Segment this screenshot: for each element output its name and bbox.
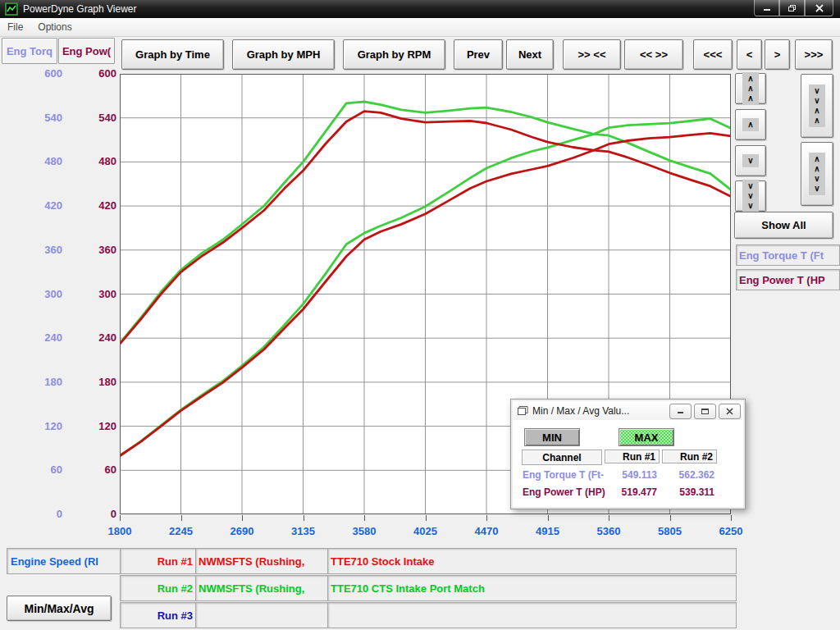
- y-axis-label-torque: 360: [18, 243, 62, 257]
- x-axis-label: 2690: [217, 525, 267, 537]
- x-axis-label: 5360: [584, 525, 633, 537]
- chevron-up-icon: ∧: [742, 118, 758, 131]
- y-axis-label-power: 540: [72, 111, 116, 125]
- graph-by-mph-button[interactable]: Graph by MPH: [232, 39, 335, 70]
- x-axis-label: 1800: [95, 525, 144, 537]
- y-axis-label-torque: 540: [18, 111, 62, 125]
- graph-by-rpm-button[interactable]: Graph by RPM: [343, 39, 445, 70]
- run2-comment-box[interactable]: NWMSFTS (Rushing,: [195, 575, 329, 601]
- run2-label-box[interactable]: Run #2: [120, 575, 198, 601]
- x-axis-tick: [364, 515, 365, 521]
- run3-description-box[interactable]: [327, 602, 737, 628]
- chevrons-inward-icon: ∨ ∨ ∧ ∧: [809, 84, 824, 127]
- minmax-close-icon[interactable]: [719, 404, 741, 419]
- run2-description-box[interactable]: TTE710 CTS Intake Port Match: [327, 575, 737, 601]
- minmax-row-run1-value: 519.477: [605, 486, 657, 499]
- zoom-in-x-button[interactable]: >> <<: [563, 39, 621, 70]
- max-toggle-button[interactable]: MAX: [619, 428, 674, 446]
- close-icon[interactable]: [805, 0, 833, 16]
- minmax-maximize-icon[interactable]: [694, 404, 716, 419]
- y-axis-label-torque: 240: [18, 331, 62, 345]
- minmax-window-title: Min / Max / Avg Valu...: [532, 405, 667, 417]
- scroll-right-full-button[interactable]: >>>: [795, 39, 833, 70]
- x-axis-channel-box[interactable]: Engine Speed (RI: [7, 548, 121, 574]
- y-axis-label-power: 180: [72, 375, 116, 389]
- y-axis-label-torque: 120: [18, 419, 62, 433]
- window-title: PowerDyne Graph Viewer: [23, 3, 137, 15]
- y-axis-label-torque: 600: [18, 66, 62, 80]
- triple-chevron-up-icon: ∧ ∧ ∧: [742, 72, 758, 105]
- powerdyne-window: PowerDyne Graph Viewer File Options Eng …: [0, 0, 840, 630]
- minmax-row-run2-value: 562.362: [662, 468, 714, 482]
- y-axis-label-torque: 480: [18, 154, 62, 168]
- minmax-minimize-icon[interactable]: [669, 404, 692, 419]
- y-scale-down-fast-button[interactable]: ∨ ∨ ∨: [735, 180, 766, 212]
- y-axis-label-power: 60: [72, 463, 116, 477]
- channel-column-header[interactable]: Channel: [522, 450, 602, 465]
- prev-button[interactable]: Prev: [454, 39, 503, 70]
- minmax-row-channel: Eng Torque T (Ft-: [523, 468, 605, 482]
- triple-chevron-down-icon: ∨ ∨ ∨: [742, 180, 758, 212]
- x-axis-label: 2245: [157, 525, 206, 537]
- minmax-row-channel: Eng Power T (HP): [523, 486, 613, 499]
- graph-by-time-button[interactable]: Graph by Time: [121, 39, 224, 70]
- minimize-icon[interactable]: [754, 0, 779, 16]
- x-axis-tick: [670, 515, 671, 521]
- x-axis-label: 5805: [646, 525, 695, 537]
- x-axis-label: 3135: [279, 525, 328, 537]
- channel-box-torque[interactable]: Eng Torque T (Ft: [736, 244, 840, 266]
- y-axis-label-power: 120: [72, 419, 116, 433]
- x-axis-label: 6250: [706, 525, 756, 537]
- y-axis-label-power: 240: [72, 331, 116, 345]
- tab-eng-power[interactable]: Eng Pow(: [58, 38, 115, 64]
- menu-file[interactable]: File: [0, 18, 30, 36]
- restore-icon[interactable]: [779, 0, 805, 16]
- x-axis-tick: [120, 515, 121, 521]
- run1-label-box[interactable]: Run #1: [120, 548, 198, 574]
- scroll-left-full-button[interactable]: <<<: [693, 39, 733, 70]
- next-button[interactable]: Next: [506, 39, 554, 70]
- min-toggle-button[interactable]: MIN: [524, 428, 580, 446]
- y-axis-label-torque: 420: [18, 199, 62, 212]
- y-zoom-in-button[interactable]: ∨ ∨ ∧ ∧: [801, 74, 833, 138]
- scroll-left-button[interactable]: <: [737, 39, 762, 70]
- x-axis-tick: [181, 515, 182, 521]
- y-axis-label-power: 480: [72, 154, 116, 168]
- chevron-down-icon: ∨: [742, 154, 758, 167]
- tab-eng-power-label: Eng Pow(: [62, 45, 111, 57]
- run1-description-box[interactable]: TTE710 Stock Intake: [327, 548, 737, 574]
- scroll-right-button[interactable]: >: [765, 39, 790, 70]
- x-axis-label: 4025: [401, 525, 450, 537]
- run3-label-box[interactable]: Run #3: [120, 602, 198, 628]
- title-bar: PowerDyne Graph Viewer: [0, 0, 840, 18]
- x-axis-tick: [731, 515, 732, 521]
- run3-comment-box[interactable]: [195, 602, 329, 628]
- run1-column-header[interactable]: Run #1: [605, 450, 660, 463]
- show-all-button[interactable]: Show All: [734, 212, 833, 239]
- y-axis-label-torque: 300: [18, 287, 62, 301]
- y-zoom-out-button[interactable]: ∧ ∧ ∨ ∨: [801, 142, 833, 206]
- tab-eng-torque[interactable]: Eng Torq: [2, 38, 57, 64]
- run2-column-header[interactable]: Run #2: [662, 450, 717, 463]
- caption-buttons: [754, 0, 833, 16]
- y-axis-label-torque: 60: [18, 463, 62, 477]
- menu-options[interactable]: Options: [30, 18, 79, 36]
- minmax-window-titlebar[interactable]: Min / Max / Avg Valu...: [514, 402, 742, 420]
- menu-bar: File Options: [0, 18, 840, 37]
- channel-box-power[interactable]: Eng Power T (HP: [736, 269, 840, 290]
- y-axis-label-power: 420: [72, 199, 116, 212]
- run1-comment-box[interactable]: NWMSFTS (Rushing,: [195, 548, 329, 574]
- minmax-row-run2-value: 539.311: [662, 486, 714, 499]
- y-scale-down-button[interactable]: ∨: [735, 145, 766, 176]
- x-axis-tick: [548, 515, 549, 521]
- minmax-row-run1-value: 549.113: [605, 468, 657, 482]
- form-icon: [517, 406, 528, 416]
- y-axis-label-torque: 0: [18, 507, 62, 521]
- zoom-out-x-button[interactable]: << >>: [624, 39, 683, 70]
- y-scale-up-button[interactable]: ∧: [735, 109, 766, 140]
- chevrons-outward-icon: ∧ ∧ ∨ ∨: [809, 153, 824, 195]
- y-scale-up-fast-button[interactable]: ∧ ∧ ∧: [735, 73, 766, 104]
- minmaxavg-button[interactable]: Min/Max/Avg: [7, 596, 112, 621]
- y-axis-label-power: 600: [72, 66, 116, 80]
- x-axis-label: 4915: [523, 525, 573, 537]
